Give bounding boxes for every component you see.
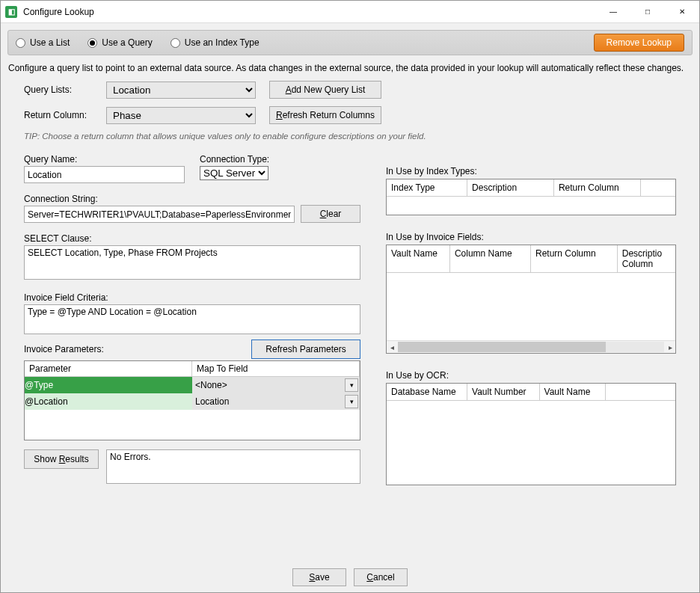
col-column-name[interactable]: Column Name (450, 245, 531, 273)
remove-lookup-button[interactable]: Remove Lookup (594, 34, 684, 52)
horizontal-scrollbar[interactable]: ◂ ▸ (387, 340, 675, 353)
radio-label: Use an Index Type (185, 37, 260, 48)
index-types-grid: Index Type Description Return Column (386, 179, 676, 215)
col-description-column[interactable]: DescriptioColumn (618, 245, 675, 273)
radio-use-index-type[interactable]: Use an Index Type (171, 37, 260, 48)
query-lists-label: Query Lists: (24, 85, 106, 95)
query-name-input[interactable] (24, 166, 185, 183)
connection-type-label: Connection Type: (200, 154, 360, 165)
col-db-name[interactable]: Database Name (387, 384, 467, 401)
minimize-button[interactable]: — (596, 1, 630, 23)
col-return-column-2[interactable]: Return Column (531, 245, 618, 273)
radio-use-list[interactable]: Use a List (16, 37, 70, 48)
param-name-cell: @Location (25, 393, 192, 410)
select-clause-label: SELECT Clause: (24, 233, 360, 244)
radio-label: Use a List (30, 37, 70, 48)
connection-string-input[interactable] (24, 206, 295, 223)
titlebar: ◧ Configure Lookup — □ ✕ (1, 1, 699, 23)
table-row[interactable]: @Type <None> ▾ (25, 377, 360, 393)
col-return-column[interactable]: Return Column (554, 179, 641, 197)
tip-text: TIP: Choose a return column that allows … (24, 132, 676, 141)
results-output (106, 449, 360, 484)
select-clause-input[interactable] (24, 245, 360, 280)
radio-label: Use a Query (102, 37, 152, 48)
close-button[interactable]: ✕ (665, 1, 699, 23)
return-column-label: Return Column: (24, 110, 106, 120)
radio-icon (88, 38, 97, 48)
return-column-select[interactable]: Phase (106, 107, 256, 124)
radio-icon (16, 38, 25, 48)
invoice-params-label: Invoice Parameters: (24, 344, 251, 354)
lookup-type-bar: Use a List Use a Query Use an Index Type… (7, 30, 693, 55)
ocr-grid: Database Name Vault Number Vault Name (386, 383, 676, 485)
radio-use-query[interactable]: Use a Query (88, 37, 152, 48)
invoice-parameters-table: Parameter Map To Field @Type <None> ▾ @L… (24, 360, 360, 440)
radio-icon (171, 38, 180, 48)
param-col-parameter: Parameter (25, 361, 192, 377)
param-map-cell[interactable]: Location ▾ (192, 393, 360, 410)
show-results-button[interactable]: Show Results (24, 449, 99, 469)
connection-string-label: Connection String: (24, 194, 295, 204)
clear-button[interactable]: Clear (301, 205, 360, 223)
maximize-button[interactable]: □ (630, 1, 665, 23)
refresh-parameters-button[interactable]: Refresh Parameters (251, 339, 360, 359)
description-text: Configure a query list to point to an ex… (7, 55, 693, 81)
chevron-down-icon[interactable]: ▾ (345, 378, 358, 392)
app-icon: ◧ (5, 6, 17, 18)
invoice-criteria-input[interactable] (24, 304, 360, 334)
save-button[interactable]: Save (292, 568, 346, 586)
col-description[interactable]: Description (467, 179, 554, 197)
query-lists-select[interactable]: Location (106, 82, 256, 99)
param-name-cell: @Type (25, 377, 192, 393)
param-col-map: Map To Field (192, 361, 360, 377)
add-query-list-button[interactable]: Add New Query List (269, 81, 381, 99)
query-name-label: Query Name: (24, 154, 185, 165)
in-use-index-label: In Use by Index Types: (386, 166, 676, 176)
col-index-type[interactable]: Index Type (387, 179, 467, 197)
col-vault-number[interactable]: Vault Number (467, 384, 540, 401)
window-title: Configure Lookup (23, 7, 94, 17)
refresh-return-columns-button[interactable]: Refresh Return Columns (269, 106, 381, 124)
table-row[interactable]: @Location Location ▾ (25, 393, 360, 410)
in-use-ocr-label: In Use by OCR: (386, 370, 676, 381)
col-vault-name-2[interactable]: Vault Name (540, 384, 607, 401)
connection-type-select[interactable]: SQL Server (200, 166, 268, 180)
chevron-down-icon[interactable]: ▾ (345, 395, 358, 408)
in-use-invoice-label: In Use by Invoice Fields: (386, 232, 676, 242)
col-vault-name[interactable]: Vault Name (387, 245, 450, 273)
invoice-fields-grid: Vault Name Column Name Return Column Des… (386, 245, 676, 354)
param-map-cell[interactable]: <None> ▾ (192, 377, 360, 393)
invoice-criteria-label: Invoice Field Criteria: (24, 292, 360, 303)
cancel-button[interactable]: Cancel (354, 568, 408, 586)
